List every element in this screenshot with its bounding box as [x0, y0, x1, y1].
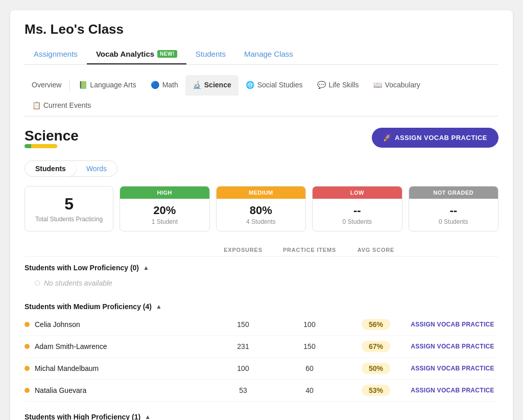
subject-tab-social-studies[interactable]: 🌐 Social Studies: [239, 75, 310, 96]
new-badge: NEW!: [157, 50, 177, 58]
page-container: Ms. Leo's Class Assignments Vocab Analyt…: [10, 10, 513, 420]
col-action: [407, 247, 498, 253]
group-high: Students with High Proficiency (1) ▲: [25, 408, 498, 420]
tab-vocab-analytics[interactable]: Vocab Analytics NEW!: [87, 44, 186, 64]
proficiency-header-medium: MEDIUM: [217, 186, 305, 199]
tab-manage-class[interactable]: Manage Class: [235, 44, 302, 64]
col-name: [25, 247, 212, 253]
student-practice-items: 60: [274, 364, 345, 372]
tab-assignments[interactable]: Assignments: [25, 44, 87, 64]
score-badge: 50%: [362, 363, 390, 374]
group-title-low[interactable]: Students with Low Proficiency (0) ▲: [25, 259, 498, 275]
total-students-count: 5: [64, 195, 74, 214]
not-graded-pct: --: [414, 204, 493, 217]
col-practice-items: PRACTICE ITEMS: [274, 247, 345, 253]
subject-tab-science[interactable]: 🔬 Science: [185, 75, 239, 96]
student-row: Michal Mandelbaum 100 60 50% ASSIGN VOCA…: [25, 358, 498, 380]
assign-vocab-link[interactable]: ASSIGN VOCAB PRACTICE: [407, 365, 498, 372]
table-header-row: EXPOSURES PRACTICE ITEMS AVG SCORE: [25, 244, 498, 256]
vocabulary-icon: 📖: [373, 80, 383, 89]
student-avg-score: 67%: [345, 341, 407, 352]
assign-vocab-link[interactable]: ASSIGN VOCAB PRACTICE: [407, 321, 498, 328]
student-exposures: 53: [212, 386, 274, 394]
chevron-up-icon-medium: ▲: [156, 303, 162, 310]
medium-count: 4 Students: [222, 218, 300, 225]
student-avg-score: 50%: [345, 363, 407, 374]
student-row: Adam Smith-Lawrence 231 150 67% ASSIGN V…: [25, 336, 498, 358]
student-exposures: 150: [212, 320, 274, 329]
student-practice-items: 150: [274, 342, 345, 351]
proficiency-card-medium: MEDIUM 80% 4 Students: [216, 186, 306, 231]
assign-vocab-practice-button[interactable]: 🚀 ASSIGN VOCAB PRACTICE: [372, 128, 498, 148]
tab-students[interactable]: Students: [186, 44, 235, 64]
student-row: Natalia Guevara 53 40 53% ASSIGN VOCAB P…: [25, 380, 498, 402]
chevron-up-icon-high: ▲: [145, 413, 151, 420]
proficiency-body-high: 20% 1 Student: [120, 199, 209, 231]
subject-tab-language-arts[interactable]: 📗 Language Arts: [71, 75, 143, 96]
col-exposures: EXPOSURES: [212, 247, 274, 253]
group-low: Students with Low Proficiency (0) ▲ No s…: [25, 259, 498, 291]
col-avg-score: AVG SCORE: [345, 247, 407, 253]
proficiency-header-high: HIGH: [120, 186, 209, 199]
student-name: Adam Smith-Lawrence: [25, 342, 212, 351]
high-count: 1 Student: [125, 218, 204, 225]
sub-tab-words[interactable]: Words: [76, 161, 117, 176]
high-pct: 20%: [125, 204, 204, 217]
student-dot: [25, 322, 30, 327]
subject-tab-current-events[interactable]: 📋 Current Events: [25, 96, 98, 116]
progress-bar: [25, 144, 57, 148]
student-practice-items: 100: [274, 320, 345, 329]
low-count: 0 Students: [318, 218, 396, 225]
group-title-high[interactable]: Students with High Proficiency (1) ▲: [25, 408, 498, 420]
active-subject-heading: Science: [25, 128, 79, 157]
subject-tab-life-skills[interactable]: 💬 Life Skills: [310, 75, 366, 96]
assign-vocab-link[interactable]: ASSIGN VOCAB PRACTICE: [407, 387, 498, 394]
student-dot: [25, 344, 30, 349]
social-studies-icon: 🌐: [246, 80, 255, 89]
tab-divider: [69, 79, 70, 91]
group-medium: Students with Medium Proficiency (4) ▲ C…: [25, 297, 498, 402]
proficiency-body-not-graded: -- 0 Students: [409, 199, 498, 231]
assign-vocab-link[interactable]: ASSIGN VOCAB PRACTICE: [407, 343, 498, 350]
total-students-card: 5 Total Students Practicing: [25, 186, 113, 231]
language-arts-icon: 📗: [78, 80, 87, 89]
page-header: Ms. Leo's Class Assignments Vocab Analyt…: [10, 10, 513, 65]
proficiency-card-high: HIGH 20% 1 Student: [120, 186, 209, 231]
student-dot: [25, 366, 30, 371]
stats-row: 5 Total Students Practicing HIGH 20% 1 S…: [25, 186, 498, 231]
student-practice-items: 40: [274, 386, 345, 394]
page-title: Ms. Leo's Class: [25, 21, 498, 37]
student-name: Celia Johnson: [25, 320, 212, 329]
progress-green: [25, 144, 31, 148]
proficiency-card-low: LOW -- 0 Students: [312, 186, 402, 231]
rocket-icon: 🚀: [383, 134, 392, 142]
student-avg-score: 56%: [345, 319, 407, 330]
sub-tab-students[interactable]: Students: [25, 161, 76, 176]
proficiency-card-not-graded: NOT GRADED -- 0 Students: [409, 186, 498, 231]
low-pct: --: [318, 204, 396, 217]
content-area: Overview 📗 Language Arts 🔵 Math 🔬 Scienc…: [10, 65, 513, 420]
sub-tabs: Students Words: [25, 160, 117, 177]
section-header: Science 🚀 ASSIGN VOCAB PRACTICE: [25, 128, 498, 157]
proficiency-body-medium: 80% 4 Students: [217, 199, 305, 231]
total-students-label: Total Students Practicing: [35, 216, 103, 223]
not-graded-count: 0 Students: [414, 218, 493, 225]
current-events-icon: 📋: [32, 101, 41, 110]
group-title-medium[interactable]: Students with Medium Proficiency (4) ▲: [25, 297, 498, 314]
subject-tab-vocabulary[interactable]: 📖 Vocabulary: [366, 75, 427, 96]
student-name: Michal Mandelbaum: [25, 364, 212, 372]
subject-tabs-bar: Overview 📗 Language Arts 🔵 Math 🔬 Scienc…: [25, 75, 498, 116]
proficiency-body-low: -- 0 Students: [313, 199, 401, 231]
subject-tab-math[interactable]: 🔵 Math: [144, 75, 185, 96]
student-exposures: 231: [212, 342, 274, 351]
no-students-low: No students available: [25, 275, 498, 291]
student-name: Natalia Guevara: [25, 386, 212, 394]
subject-tab-overview[interactable]: Overview: [25, 76, 68, 95]
empty-dot-icon: [35, 281, 40, 286]
student-exposures: 100: [212, 364, 274, 372]
life-skills-icon: 💬: [317, 80, 326, 89]
main-tabs: Assignments Vocab Analytics NEW! Student…: [25, 44, 498, 65]
progress-yellow: [31, 144, 57, 148]
proficiency-header-low: LOW: [313, 186, 401, 199]
math-icon: 🔵: [151, 80, 160, 89]
